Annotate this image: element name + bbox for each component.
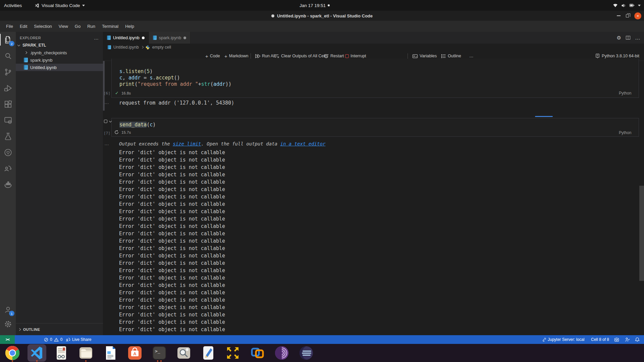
output-collapse-icon[interactable]: … — [104, 141, 109, 146]
breadcrumb[interactable]: Untitled.ipynb empty cell — [103, 44, 644, 51]
accessibility-icon[interactable] — [625, 335, 630, 344]
problems-indicator[interactable]: 0 0 — [44, 335, 62, 344]
jupyter-server-indicator[interactable]: Jupyter Server: local — [542, 335, 584, 344]
file-item-untitled.ipynb[interactable]: Untitled.ipynb — [16, 64, 103, 71]
running-indicator-dot — [160, 360, 162, 362]
statusbar: >< 0 0 Live Share Jupyter Server: local … — [0, 335, 644, 344]
activities-button[interactable]: Activities — [4, 0, 22, 11]
screen: Activities Visual Studio Code Jan 17 19:… — [0, 0, 644, 362]
kernel-gear-icon[interactable]: ⚙ — [617, 35, 621, 41]
settings-gear-icon[interactable] — [0, 316, 16, 332]
feedback-smiley-icon[interactable] — [614, 335, 619, 344]
accounts-icon[interactable]: 1 — [0, 302, 16, 317]
breadcrumb-file[interactable]: Untitled.ipynb — [113, 45, 139, 50]
file-item-.ipynb_checkpoints[interactable]: .ipynb_checkpoints — [16, 49, 103, 56]
modified-dot-icon[interactable] — [142, 37, 145, 39]
minimize-button[interactable] — [617, 15, 621, 16]
more-actions-icon[interactable]: … — [94, 35, 99, 41]
menubar: FileEditSelectionViewGoRunTerminalHelp — [0, 21, 644, 32]
dock: A>_ — [0, 344, 644, 362]
menu-item-file[interactable]: File — [3, 22, 16, 31]
tab-untitled.ipynb[interactable]: Untitled.ipynb — [103, 32, 149, 44]
code-line[interactable]: print("request from addr "+str(addr)) — [119, 81, 231, 87]
dock-eclipse-icon[interactable] — [299, 345, 314, 361]
stop-execution-icon[interactable] — [104, 120, 107, 123]
dock-files-icon[interactable] — [78, 345, 94, 361]
more-actions-icon[interactable]: … — [635, 35, 641, 41]
menu-item-view[interactable]: View — [55, 22, 71, 31]
menu-item-help[interactable]: Help — [122, 22, 138, 31]
file-label: Untitled.ipynb — [30, 65, 57, 70]
run-debug-icon[interactable] — [0, 80, 16, 96]
testing-icon[interactable] — [0, 128, 16, 144]
outline-section[interactable]: OUTLINE — [16, 323, 103, 335]
code-cell-2[interactable]: send_data(c) — [111, 118, 639, 137]
notifications-bell-icon[interactable] — [635, 335, 640, 344]
dock-libreoffice-writer-icon[interactable] — [103, 345, 118, 361]
editor-tabbar: Untitled.ipynbspark.ipynb ⚙ … — [103, 32, 644, 44]
menu-item-terminal[interactable]: Terminal — [99, 22, 122, 31]
dock-file-transfer-icon[interactable] — [225, 345, 240, 361]
warnings-icon — [54, 338, 59, 342]
breadcrumb-cell[interactable]: empty cell — [152, 45, 171, 50]
github-icon[interactable] — [0, 144, 16, 160]
wifi-icon — [613, 3, 618, 8]
running-indicator-dot — [85, 360, 87, 362]
open-text-editor-link[interactable]: in a text editor — [280, 141, 325, 146]
code-line[interactable]: c, addr = s.accept() — [119, 75, 231, 81]
modified-dot-icon[interactable] — [183, 37, 186, 39]
source-control-icon[interactable] — [0, 64, 16, 80]
python-icon — [146, 45, 150, 50]
cell-position-indicator[interactable]: Cell 8 of 8 — [591, 335, 609, 344]
cell-language[interactable]: Python — [619, 91, 631, 96]
window-titlebar[interactable]: Untitled.ipynb - spark_etl - Visual Stud… — [0, 11, 644, 21]
code-line[interactable]: s.listen(5) — [119, 68, 231, 75]
dock-vmware-icon[interactable] — [250, 345, 265, 361]
docker-icon[interactable] — [0, 177, 16, 192]
notebook-file-icon — [24, 65, 28, 70]
error-line: Error 'dict' object is not callable — [119, 179, 225, 186]
notebook-file-icon — [107, 36, 111, 40]
size-limit-link[interactable]: size limit — [173, 141, 201, 146]
editor-scrollbar[interactable] — [639, 186, 644, 281]
dock-text-editor-icon[interactable] — [201, 345, 216, 361]
error-line: Error 'dict' object is not callable — [119, 319, 225, 326]
file-label: spark.ipynb — [30, 58, 52, 63]
remote-indicator[interactable]: >< — [0, 335, 15, 344]
extensions-icon[interactable] — [0, 96, 16, 112]
notebook-file-icon — [153, 36, 157, 40]
close-button[interactable]: × — [634, 12, 641, 19]
clock-button[interactable]: Jan 17 19:51 — [300, 0, 330, 11]
output-collapse-icon[interactable]: … — [104, 100, 109, 105]
menu-item-edit[interactable]: Edit — [16, 22, 31, 31]
system-tray[interactable] — [613, 0, 641, 11]
tab-spark.ipynb[interactable]: spark.ipynb — [149, 32, 191, 44]
dock-document-viewer-icon[interactable] — [54, 345, 69, 361]
live-share-button[interactable]: Live Share — [66, 335, 91, 344]
explorer-icon[interactable]: 2 — [0, 32, 16, 48]
dock-terminal-icon[interactable]: >_ — [152, 345, 167, 361]
code-line[interactable]: send_data(c) — [119, 122, 156, 128]
code-cell-1[interactable]: s.listen(5)c, addr = s.accept()print("re… — [111, 59, 639, 98]
cell-exec-meta: 15.7s — [114, 130, 131, 134]
execution-count: [6] — [104, 91, 110, 96]
cell-language[interactable]: Python — [619, 130, 631, 135]
file-item-spark.ipynb[interactable]: spark.ipynb — [16, 56, 103, 64]
dock-tor-browser-icon[interactable] — [274, 345, 289, 361]
explorer-sidebar: EXPLORER … SPARK_ETL .ipynb_checkpointss… — [16, 32, 103, 335]
dock-screenshot-tool-icon[interactable] — [176, 345, 192, 361]
split-editor-icon[interactable] — [626, 36, 630, 40]
dock-google-chrome-icon[interactable] — [5, 345, 20, 361]
menu-item-selection[interactable]: Selection — [31, 22, 55, 31]
search-icon[interactable] — [0, 48, 16, 64]
remote-explorer-icon[interactable] — [0, 112, 16, 128]
live-share-icon[interactable] — [0, 161, 16, 176]
app-menu-button[interactable]: Visual Studio Code — [35, 0, 85, 11]
menu-item-run[interactable]: Run — [84, 22, 99, 31]
menu-item-go[interactable]: Go — [71, 22, 84, 31]
dock-ubuntu-software-icon[interactable]: A — [127, 345, 143, 361]
error-line: Error 'dict' object is not callable — [119, 290, 225, 297]
dock-vscode-icon[interactable] — [29, 345, 45, 361]
folder-root[interactable]: SPARK_ETL — [16, 42, 103, 49]
restore-button[interactable] — [626, 14, 629, 17]
